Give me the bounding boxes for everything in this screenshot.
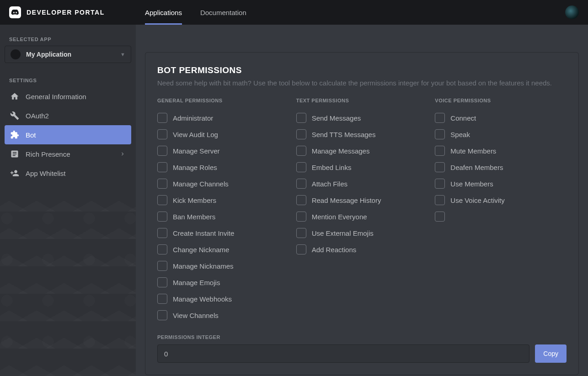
checkbox[interactable] xyxy=(296,129,306,139)
sidebar-item-rich-presence[interactable]: Rich Presence xyxy=(5,144,131,164)
selected-app-heading: SELECTED APP xyxy=(5,33,131,46)
permission-item[interactable]: Manage Nicknames xyxy=(157,258,289,274)
permission-item[interactable]: Manage Server xyxy=(157,143,289,159)
permission-label: Send Messages xyxy=(312,114,361,122)
permission-item[interactable]: Speak xyxy=(435,126,567,143)
puzzle-icon xyxy=(10,130,19,139)
permission-item[interactable]: Manage Channels xyxy=(157,175,289,192)
checkbox[interactable] xyxy=(435,129,445,139)
permission-columns: GENERAL PERMISSIONSAdministratorView Aud… xyxy=(157,98,567,323)
checkbox[interactable] xyxy=(157,146,167,156)
permission-label: Administrator xyxy=(173,114,213,122)
user-add-icon xyxy=(10,169,19,178)
permission-label: Mute Members xyxy=(450,147,496,155)
bot-permissions-card: BOT PERMISSIONS Need some help with bit … xyxy=(145,52,579,375)
permission-label: Read Message History xyxy=(312,196,381,204)
permission-item[interactable]: Read Message History xyxy=(296,192,428,208)
permission-item[interactable]: Use Members xyxy=(435,175,567,192)
chevron-down-icon: ▼ xyxy=(120,52,125,57)
checkbox[interactable] xyxy=(157,228,167,238)
tab-documentation[interactable]: Documentation xyxy=(200,0,246,25)
brand: DEVELOPER PORTAL xyxy=(9,6,105,18)
checkbox[interactable] xyxy=(157,277,167,287)
checkbox[interactable] xyxy=(296,146,306,156)
tab-applications[interactable]: Applications xyxy=(145,0,182,25)
copy-button[interactable]: Copy xyxy=(535,344,567,363)
checkbox[interactable] xyxy=(157,162,167,172)
checkbox[interactable] xyxy=(157,261,167,271)
checkbox[interactable] xyxy=(435,212,445,222)
app-avatar xyxy=(11,49,21,59)
discord-icon xyxy=(9,6,21,18)
checkbox[interactable] xyxy=(296,179,306,189)
permission-item[interactable]: Administrator xyxy=(157,110,289,126)
sidebar-item-label: App Whitelist xyxy=(26,169,66,177)
wrench-icon xyxy=(10,111,19,120)
permissions-integer-heading: PERMISSIONS INTEGER xyxy=(157,334,567,340)
permission-item[interactable]: Use External Emojis xyxy=(296,225,428,241)
permission-item[interactable]: Mute Members xyxy=(435,143,567,159)
sidebar-item-bot[interactable]: Bot xyxy=(5,125,131,144)
permission-item[interactable]: Add Reactions xyxy=(296,241,428,258)
permission-item[interactable]: Attach Files xyxy=(296,175,428,192)
permission-label: View Channels xyxy=(173,312,219,319)
checkbox[interactable] xyxy=(296,212,306,222)
checkbox[interactable] xyxy=(435,179,445,189)
permission-label: Use External Emojis xyxy=(312,229,374,237)
checkbox[interactable] xyxy=(435,162,445,172)
permission-label: Manage Channels xyxy=(173,180,229,188)
avatar[interactable] xyxy=(565,5,579,19)
checkbox[interactable] xyxy=(296,244,306,254)
settings-nav: General Information OAuth2 Bot Rich Pres… xyxy=(5,87,131,183)
permission-item[interactable]: Manage Messages xyxy=(296,143,428,159)
checkbox[interactable] xyxy=(296,195,306,205)
permission-item[interactable]: Create Instant Invite xyxy=(157,225,289,241)
checkbox[interactable] xyxy=(296,113,306,123)
permission-item[interactable]: Manage Roles xyxy=(157,159,289,175)
checkbox[interactable] xyxy=(157,113,167,123)
checkbox[interactable] xyxy=(296,162,306,172)
checkbox[interactable] xyxy=(157,129,167,139)
permission-label: Add Reactions xyxy=(312,246,357,254)
checkbox[interactable] xyxy=(157,195,167,205)
permission-item[interactable]: Change Nickname xyxy=(157,241,289,258)
permission-item[interactable]: View Audit Log xyxy=(157,126,289,143)
permission-item[interactable]: Manage Emojis xyxy=(157,274,289,291)
checkbox[interactable] xyxy=(157,179,167,189)
checkbox[interactable] xyxy=(157,310,167,320)
permission-label: Deafen Members xyxy=(450,164,503,171)
checkbox[interactable] xyxy=(296,228,306,238)
checkbox[interactable] xyxy=(157,212,167,222)
permission-item[interactable] xyxy=(435,208,567,225)
settings-heading: SETTINGS xyxy=(5,74,131,87)
permission-item[interactable]: Kick Members xyxy=(157,192,289,208)
sidebar-item-oauth2[interactable]: OAuth2 xyxy=(5,106,131,125)
checkbox[interactable] xyxy=(435,146,445,156)
panel-title: BOT PERMISSIONS xyxy=(157,65,567,75)
sidebar-item-app-whitelist[interactable]: App Whitelist xyxy=(5,164,131,183)
permission-label: Kick Members xyxy=(173,196,216,204)
permissions-integer-input[interactable] xyxy=(157,344,529,363)
permission-column: VOICE PERMISSIONSConnectSpeakMute Member… xyxy=(435,98,567,323)
permission-item[interactable]: Ban Members xyxy=(157,208,289,225)
panel-description: Need some help with bit math? Use the to… xyxy=(157,79,567,87)
permission-item[interactable]: Send Messages xyxy=(296,110,428,126)
permission-label: Manage Webhooks xyxy=(173,295,232,303)
permission-item[interactable]: Embed Links xyxy=(296,159,428,175)
checkbox[interactable] xyxy=(435,195,445,205)
permission-item[interactable]: Manage Webhooks xyxy=(157,291,289,307)
permission-label: Mention Everyone xyxy=(312,213,367,221)
top-nav: Applications Documentation xyxy=(145,0,246,25)
permission-item[interactable]: Deafen Members xyxy=(435,159,567,175)
permission-item[interactable]: Use Voice Activity xyxy=(435,192,567,208)
permission-item[interactable]: Mention Everyone xyxy=(296,208,428,225)
permission-item[interactable]: Send TTS Messages xyxy=(296,126,428,143)
permission-item[interactable]: View Channels xyxy=(157,307,289,323)
app-selector[interactable]: My Application ▼ xyxy=(5,46,131,63)
sidebar-item-label: General Information xyxy=(26,93,86,101)
checkbox[interactable] xyxy=(157,244,167,254)
checkbox[interactable] xyxy=(435,113,445,123)
checkbox[interactable] xyxy=(157,294,167,304)
permission-item[interactable]: Connect xyxy=(435,110,567,126)
sidebar-item-general-information[interactable]: General Information xyxy=(5,87,131,106)
